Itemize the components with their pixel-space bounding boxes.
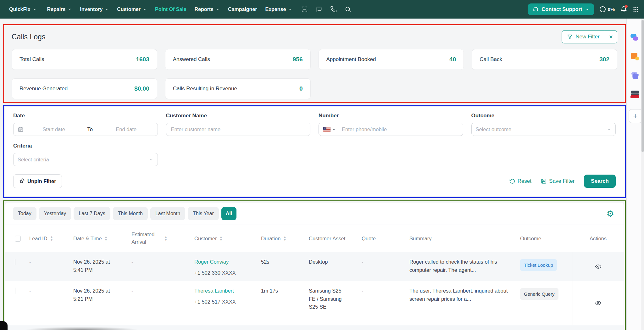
col-date-time[interactable]: Date & Time ▲▼ [73,236,131,242]
table-row[interactable]: - Nov 26, 2025 at 5:41 PM - Roger Conway… [5,252,624,281]
phone-icon[interactable] [330,6,337,13]
gear-icon: ⚙ [607,209,614,219]
scan-icon[interactable] [301,6,308,13]
stat-card-answered-calls: Answered Calls 956 [165,49,311,70]
nav-item-reports[interactable]: Reports [191,7,224,12]
purple-app-icon[interactable] [630,71,641,81]
row-checkbox[interactable] [15,259,15,265]
view-details-button[interactable] [595,300,602,306]
col-lead-id[interactable]: Lead ID ▲▼ [29,236,73,242]
sort-icon[interactable]: ▲▼ [51,236,53,241]
add-app-button[interactable]: + [629,109,642,123]
cell-customer-asset: Desktop [309,252,362,266]
filter-actions: Reset Save Filter Search [509,175,616,188]
nav-item-repairs[interactable]: Repairs [43,7,76,12]
sort-icon[interactable]: ▲▼ [220,236,222,241]
customer-name-field: Customer Name [166,113,311,136]
bottom-left-overlay [0,321,8,330]
customer-link[interactable]: Roger Conway [194,258,258,266]
outcome-select[interactable]: Select outcome [471,123,616,136]
app-window: QuickFix Repairs Inventory Customer Poin… [0,0,644,330]
col-estimated-arrival[interactable]: Estimated Arrival ▲▼ [131,231,194,246]
cell-date-time: Nov 26, 2025 at 5:41 PM [73,252,131,274]
new-filter-button-group: New Filter × [562,30,617,43]
customer-link[interactable]: Theresa Lambert [194,287,258,295]
contact-support-button[interactable]: Contact Support [528,3,594,15]
tab-last-month[interactable]: Last Month [150,207,185,220]
search-button[interactable]: Search [584,175,616,188]
stats-cards: Total Calls 1603 Answered Calls 956 Appo… [4,43,625,99]
scrollbar-thumb[interactable] [641,20,644,152]
tab-this-month[interactable]: This Month [113,207,148,220]
cell-customer-asset: Samsung S25 FE / Samsung S25 SE [309,281,362,311]
view-details-button[interactable] [595,263,602,270]
filters-section: Date Start date To End date [3,105,626,198]
quick-range-tabs: Today Yesterday Last 7 Days This Month L… [5,203,624,220]
reset-button[interactable]: Reset [509,178,531,184]
nav-item-quickfix[interactable]: QuickFix [5,7,43,12]
cell-lead-id: - [29,252,73,266]
notification-dot [625,5,628,8]
search-icon[interactable] [345,6,351,13]
tab-all[interactable]: All [221,207,236,220]
phone-input[interactable] [341,126,459,133]
apps-grid-icon[interactable] [633,6,639,13]
table-row[interactable]: - Nov 26, 2025 at 5:21 PM - Theresa Lamb… [5,281,624,325]
customer-name-input[interactable] [170,126,306,133]
cell-duration: 52s [261,252,309,266]
date-separator: To [84,126,96,132]
orange-app-icon[interactable] [630,53,641,62]
window-scrollbar[interactable] [641,19,644,330]
filter-fields-row: Date Start date To End date [13,113,616,136]
nav-menu: QuickFix Repairs Inventory Customer Poin… [5,7,296,12]
customer-name-input-wrap [166,123,311,136]
col-summary: Summary [409,236,520,242]
start-date-input[interactable]: Start date [27,126,81,132]
chevron-down-icon [585,7,589,11]
nav-item-point-of-sale[interactable]: Point Of Sale [151,7,191,12]
nav-item-expense[interactable]: Expense [261,7,296,12]
stat-card-total-calls: Total Calls 1603 [12,49,157,70]
close-filter-button[interactable]: × [605,31,617,43]
save-icon [541,178,547,184]
usage-indicator[interactable]: 0% [600,6,615,12]
chevron-down-icon [288,7,292,11]
headset-icon [533,6,539,12]
tab-last-7-days[interactable]: Last 7 Days [74,207,110,220]
outcome-badge: Ticket Lookup [520,259,557,271]
cell-quote: - [362,281,409,295]
sort-icon[interactable]: ▲▼ [105,236,107,241]
nav-item-campaigner[interactable]: Campaigner [224,7,261,12]
usage-percent: 0% [608,7,615,12]
criteria-select[interactable]: Select criteria [13,153,158,166]
nav-item-customer[interactable]: Customer [113,7,151,12]
sort-icon[interactable]: ▲▼ [284,236,286,241]
new-filter-button[interactable]: New Filter [562,31,605,43]
col-customer[interactable]: Customer ▲▼ [194,236,261,242]
cell-duration: 1m 17s [261,281,309,295]
country-code-selector[interactable] [323,127,338,132]
chevron-down-icon [143,7,147,11]
row-checkbox[interactable] [15,288,15,294]
save-filter-button[interactable]: Save Filter [541,178,575,184]
stack-app-icon[interactable] [630,90,641,100]
chat-icon[interactable] [316,6,322,13]
chevron-down-icon [216,7,220,11]
end-date-input[interactable]: End date [99,126,153,132]
call-log-table-section: Today Yesterday Last 7 Days This Month L… [3,200,626,330]
chat-app-icon[interactable] [630,34,641,43]
tab-this-year[interactable]: This Year [188,207,219,220]
tab-today[interactable]: Today [13,207,36,220]
table-panel: Today Yesterday Last 7 Days This Month L… [5,203,624,330]
nav-item-inventory[interactable]: Inventory [76,7,113,12]
page-header: Calls Logs New Filter × [4,25,625,43]
stat-card-revenue-generated: Revenue Generated $0.00 [12,78,157,99]
sort-icon[interactable]: ▲▼ [165,236,167,241]
unpin-filter-button[interactable]: Unpin Filter [13,174,62,188]
table-settings-button[interactable]: ⚙ [607,210,614,218]
notifications-button[interactable] [620,6,627,13]
select-all-checkbox[interactable] [15,236,21,242]
tab-yesterday[interactable]: Yesterday [39,207,71,220]
date-range-input[interactable]: Start date To End date [13,123,158,136]
col-duration[interactable]: Duration ▲▼ [261,236,309,242]
